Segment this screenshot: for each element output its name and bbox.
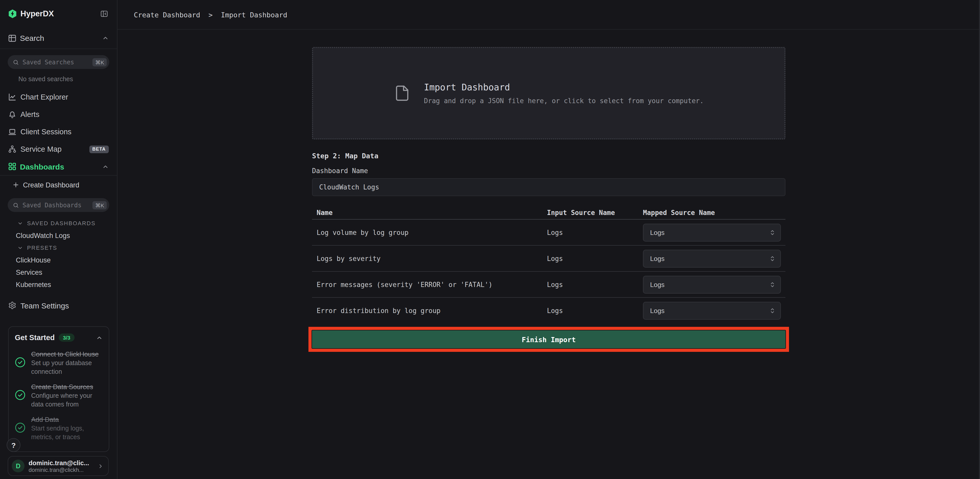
chevron-down-icon <box>18 245 23 250</box>
chevron-up-icon <box>102 163 109 170</box>
saved-searches-input[interactable]: Saved Searches ⌘K <box>8 55 109 69</box>
finish-import-button[interactable]: Finish Import <box>312 330 786 348</box>
dashboard-name-input[interactable]: CloudWatch Logs <box>312 178 786 196</box>
breadcrumb-create-dashboard[interactable]: Create Dashboard <box>134 11 200 19</box>
sidebar-item-services[interactable]: Services <box>0 266 117 278</box>
breadcrumb-separator: > <box>208 11 212 19</box>
input-source-value: Logs <box>547 307 643 315</box>
onboarding-step-add-data[interactable]: Add Data Start sending logs, metrics, or… <box>15 415 103 441</box>
sidebar-item-client-sessions[interactable]: Client Sessions <box>0 123 117 140</box>
selected-option: Logs <box>650 281 769 288</box>
dashboard-name-label: Dashboard Name <box>312 167 786 175</box>
finish-import-highlight: Finish Import <box>309 327 789 352</box>
sidebar-item-search[interactable]: Search <box>0 27 117 49</box>
column-mapped-source: Mapped Source Name <box>643 208 786 216</box>
plus-icon <box>13 182 19 188</box>
get-started-card: Get Started 3/3 Connect to ClickHouse Se… <box>8 326 109 452</box>
chart-name: Log volume by log group <box>317 229 547 236</box>
help-button[interactable]: ? <box>6 438 21 452</box>
dropzone-title: Import Dashboard <box>424 82 704 92</box>
onboarding-step-title: Create Data Sources <box>31 382 103 391</box>
search-page-icon <box>8 34 16 42</box>
check-circle-icon <box>15 357 25 368</box>
breadcrumb-import-dashboard: Import Dashboard <box>221 11 287 19</box>
onboarding-step-title: Connect to ClickHouse <box>31 350 103 358</box>
sidebar-item-kubernetes[interactable]: Kubernetes <box>0 278 117 291</box>
chevron-down-icon <box>18 220 23 226</box>
main-area: Create Dashboard > Import Dashboard Impo… <box>118 0 980 479</box>
saved-searches-placeholder: Saved Searches <box>22 59 93 65</box>
chart-name: Logs by severity <box>317 255 547 262</box>
check-circle-icon <box>15 422 25 433</box>
sidebar-item-dashboards[interactable]: Dashboards <box>0 158 117 175</box>
gear-icon <box>8 301 16 309</box>
user-text: dominic.tran@clic... dominic.tran@clickh… <box>29 459 97 473</box>
dashboard-name-value: CloudWatch Logs <box>319 183 379 191</box>
sidebar-item-alerts[interactable]: Alerts <box>0 106 117 123</box>
mapped-source-select[interactable]: Logs <box>643 250 781 267</box>
sidebar-item-clickhouse[interactable]: ClickHouse <box>0 254 117 266</box>
create-dashboard-button[interactable]: Create Dashboard <box>0 178 117 192</box>
search-icon <box>13 59 19 65</box>
shortcut-badge: ⌘K <box>93 201 107 209</box>
mapped-source-select[interactable]: Logs <box>643 275 781 293</box>
sidebar-item-label: Search <box>20 34 102 42</box>
column-name: Name <box>317 208 547 216</box>
help-label: ? <box>11 441 16 449</box>
table-header: Name Input Source Name Mapped Source Nam… <box>312 206 786 220</box>
input-source-value: Logs <box>547 255 643 262</box>
mapped-source-select[interactable]: Logs <box>643 302 781 320</box>
selected-option: Logs <box>650 229 769 236</box>
selected-option: Logs <box>650 255 769 262</box>
group-label: SAVED DASHBOARDS <box>27 220 95 226</box>
divider <box>0 175 117 176</box>
sidebar-item-cloudwatch-logs[interactable]: CloudWatch Logs <box>0 229 117 242</box>
create-dashboard-label: Create Dashboard <box>23 181 80 189</box>
sidebar-item-service-map[interactable]: Service Map BETA <box>0 140 117 158</box>
get-started-header[interactable]: Get Started 3/3 <box>15 332 103 343</box>
onboarding-step-text: Add Data Start sending logs, metrics, or… <box>31 415 103 441</box>
group-saved-dashboards[interactable]: SAVED DASHBOARDS <box>0 217 117 229</box>
sidebar-item-label: Client Sessions <box>21 128 109 136</box>
saved-dashboards-input[interactable]: Saved Dashboards ⌘K <box>8 198 109 212</box>
chevron-up-icon <box>102 35 109 41</box>
sidebar-item-chart-explorer[interactable]: Chart Explorer <box>0 88 117 106</box>
onboarding-step-text: Connect to ClickHouse Set up your databa… <box>31 350 103 376</box>
breadcrumb: Create Dashboard > Import Dashboard <box>134 11 287 19</box>
onboarding-step-subtitle: Set up your database connection <box>31 359 103 376</box>
laptop-icon <box>8 128 16 136</box>
collapse-sidebar-icon[interactable] <box>100 10 109 18</box>
table-row: Logs by severity Logs Logs <box>312 246 786 272</box>
sidebar-item-team-settings[interactable]: Team Settings <box>0 298 117 312</box>
import-dropzone[interactable]: Import Dashboard Drag and drop a JSON fi… <box>312 47 786 139</box>
step-title: Step 2: Map Data <box>312 152 786 160</box>
user-email: dominic.tran@clickh... <box>29 466 97 473</box>
group-presets[interactable]: PRESETS <box>0 242 117 254</box>
import-panel: Import Dashboard Drag and drop a JSON fi… <box>312 47 786 352</box>
onboarding-step-text: Create Data Sources Configure where your… <box>31 382 103 409</box>
chart-name: Error distribution by log group <box>317 307 547 315</box>
dropzone-subtitle: Drag and drop a JSON file here, or click… <box>424 97 704 104</box>
onboarding-step-title: Add Data <box>31 415 103 424</box>
sidebar-item-label: Alerts <box>21 110 109 118</box>
saved-dashboards-placeholder: Saved Dashboards <box>22 202 93 208</box>
mapped-source-select[interactable]: Logs <box>643 223 781 241</box>
scrollbar[interactable] <box>979 0 980 479</box>
onboarding-step-subtitle: Start sending logs, metrics, or traces <box>31 424 103 441</box>
user-menu[interactable]: D dominic.tran@clic... dominic.tran@clic… <box>8 456 109 476</box>
column-input-source: Input Source Name <box>547 208 643 216</box>
selected-option: Logs <box>650 307 769 315</box>
sidebar-nav: Chart Explorer Alerts Client Sessions Se… <box>0 88 117 176</box>
service-map-icon <box>8 145 16 153</box>
sidebar-item-label: Service Map <box>21 145 89 153</box>
input-source-value: Logs <box>547 229 643 236</box>
get-started-title: Get Started <box>15 333 55 342</box>
input-source-value: Logs <box>547 281 643 288</box>
avatar: D <box>12 460 24 473</box>
sidebar-item-label: Dashboards <box>20 162 102 171</box>
shortcut-badge: ⌘K <box>93 58 107 66</box>
onboarding-step-connect[interactable]: Connect to ClickHouse Set up your databa… <box>15 350 103 376</box>
onboarding-step-sources[interactable]: Create Data Sources Configure where your… <box>15 382 103 409</box>
group-label: PRESETS <box>27 245 57 251</box>
table-row: Error distribution by log group Logs Log… <box>312 298 786 324</box>
